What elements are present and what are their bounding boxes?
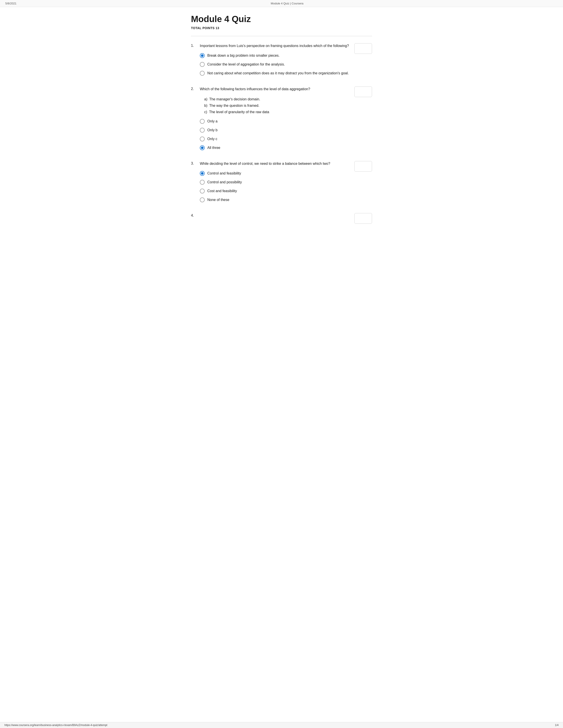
question-3-radio-b[interactable] bbox=[200, 180, 205, 185]
header-divider bbox=[191, 36, 372, 36]
question-1-option-a[interactable]: Break down a big problem into smaller pi… bbox=[200, 53, 372, 58]
question-1-option-b-text: Consider the level of aggregation for th… bbox=[207, 62, 285, 67]
question-1-radio-a[interactable] bbox=[200, 53, 205, 58]
question-2-radio-b[interactable] bbox=[200, 128, 205, 133]
question-1-score-box bbox=[354, 43, 372, 54]
question-2-subitem-a: a) The manager's decision domain. bbox=[204, 96, 372, 103]
browser-tab-title: Module 4 Quiz | Coursera bbox=[271, 2, 304, 5]
question-2-number: 2. bbox=[191, 86, 200, 150]
subitem-a-text: The manager's decision domain. bbox=[209, 97, 260, 101]
question-2-radio-a[interactable] bbox=[200, 119, 205, 124]
subitem-b-text: The way the question is framed. bbox=[209, 104, 259, 107]
question-3-option-d[interactable]: None of these bbox=[200, 197, 372, 203]
question-3-text: While deciding the level of control, we … bbox=[200, 161, 372, 166]
question-3-radio-c[interactable] bbox=[200, 189, 205, 193]
question-1-options: Break down a big problem into smaller pi… bbox=[200, 53, 372, 76]
question-2-text: Which of the following factors influence… bbox=[200, 86, 372, 92]
question-2-option-c-text: Only c bbox=[207, 136, 217, 142]
subitem-a-label: a) bbox=[204, 97, 209, 101]
question-1-option-c-text: Not caring about what competition does a… bbox=[207, 71, 349, 76]
question-1-radio-c[interactable] bbox=[200, 71, 205, 76]
question-4-score-box bbox=[354, 213, 372, 224]
browser-date: 5/8/2021 bbox=[5, 2, 17, 5]
question-1-radio-b[interactable] bbox=[200, 62, 205, 67]
question-1-option-c[interactable]: Not caring about what competition does a… bbox=[200, 71, 372, 76]
subitem-c-text: The level of granularity of the raw data bbox=[209, 110, 269, 114]
question-4: 4. bbox=[191, 213, 372, 218]
question-1-number: 1. bbox=[191, 43, 200, 76]
question-3-number: 3. bbox=[191, 161, 200, 203]
question-3-option-d-text: None of these bbox=[207, 197, 229, 203]
question-4-number: 4. bbox=[191, 213, 200, 218]
question-4-body bbox=[200, 213, 372, 218]
quiz-title: Module 4 Quiz bbox=[191, 14, 372, 24]
question-2-option-c[interactable]: Only c bbox=[200, 136, 372, 142]
question-2: 2. Which of the following factors influe… bbox=[191, 86, 372, 150]
question-3-option-a-text: Control and feasibility bbox=[207, 171, 241, 176]
question-2-sublist: a) The manager's decision domain. b) The… bbox=[204, 96, 372, 115]
question-2-option-d[interactable]: All three bbox=[200, 145, 372, 150]
question-3-option-c[interactable]: Cost and feasibility bbox=[200, 188, 372, 194]
total-points: TOTAL POINTS 13 bbox=[191, 26, 372, 30]
question-2-option-d-text: All three bbox=[207, 145, 220, 150]
question-1-text: Important lessons from Luis's perspectiv… bbox=[200, 43, 372, 49]
question-3-score-box bbox=[354, 161, 372, 172]
question-2-option-a[interactable]: Only a bbox=[200, 119, 372, 124]
question-3-option-b-text: Control and possibility bbox=[207, 180, 242, 185]
question-1-option-b[interactable]: Consider the level of aggregation for th… bbox=[200, 62, 372, 67]
question-1-body: Important lessons from Luis's perspectiv… bbox=[200, 43, 372, 76]
subitem-c-label: c) bbox=[204, 110, 209, 114]
question-3-radio-a[interactable] bbox=[200, 171, 205, 176]
question-3-option-c-text: Cost and feasibility bbox=[207, 188, 237, 194]
question-2-option-b[interactable]: Only b bbox=[200, 128, 372, 133]
question-1: 1. Important lessons from Luis's perspec… bbox=[191, 43, 372, 76]
question-2-radio-c[interactable] bbox=[200, 137, 205, 141]
subitem-b-label: b) bbox=[204, 104, 209, 107]
question-3-option-a[interactable]: Control and feasibility bbox=[200, 171, 372, 176]
question-3-options: Control and feasibility Control and poss… bbox=[200, 171, 372, 203]
question-2-options: Only a Only b Only c All three bbox=[200, 119, 372, 150]
question-2-subitem-b: b) The way the question is framed. bbox=[204, 103, 372, 109]
question-2-body: Which of the following factors influence… bbox=[200, 86, 372, 150]
question-2-score-box bbox=[354, 86, 372, 97]
question-2-subitem-c: c) The level of granularity of the raw d… bbox=[204, 109, 372, 115]
question-2-option-a-text: Only a bbox=[207, 119, 217, 124]
question-2-radio-d[interactable] bbox=[200, 145, 205, 150]
question-3-radio-d[interactable] bbox=[200, 197, 205, 202]
question-2-option-b-text: Only b bbox=[207, 128, 217, 133]
question-1-option-a-text: Break down a big problem into smaller pi… bbox=[207, 53, 279, 58]
question-3: 3. While deciding the level of control, … bbox=[191, 161, 372, 203]
question-3-body: While deciding the level of control, we … bbox=[200, 161, 372, 203]
question-3-option-b[interactable]: Control and possibility bbox=[200, 180, 372, 185]
